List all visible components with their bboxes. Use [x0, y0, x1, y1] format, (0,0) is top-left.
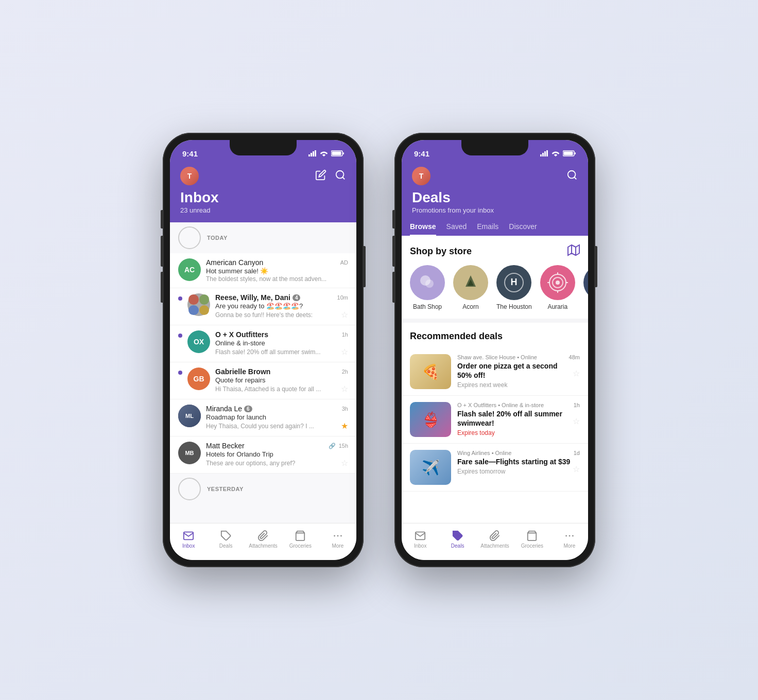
deal-info-flight: Wing Airlines • Online Fare sale—Flights… [457, 450, 580, 475]
phone-inbox: 9:41 T [163, 133, 364, 567]
compose-icon[interactable] [315, 169, 326, 183]
deal-expires-swim: Expires today [457, 429, 573, 436]
email-item-american-canyon[interactable]: AC American Canyon AD Hot summer sale! ☀… [170, 253, 356, 288]
deal-time-pizza: 48m [569, 354, 580, 360]
tab-inbox[interactable]: Inbox [170, 523, 207, 555]
tab-label-more: More [332, 543, 343, 549]
sender-name-ox: O + X Outfitters [215, 330, 268, 339]
groceries-tab-icon [295, 530, 306, 541]
tab-attachments[interactable]: Attachments [245, 523, 282, 555]
email-time-gabrielle: 2h [342, 369, 348, 375]
badge-reese: 4 [292, 294, 301, 301]
deal-expires-pizza: Expires next week [457, 381, 569, 389]
email-time-miranda: 3h [342, 406, 348, 412]
more-tab-icon-d [564, 530, 575, 541]
tab-label-groceries: Groceries [289, 543, 312, 549]
tab-groceries-d[interactable]: Groceries [513, 523, 550, 555]
tab-more[interactable]: More [319, 523, 356, 555]
attachments-tab-icon-d [489, 530, 501, 541]
tab-deals[interactable]: Deals [207, 523, 244, 555]
email-preview-ac: The boldest styles, now at the most adve… [206, 275, 348, 283]
user-avatar-deals[interactable]: T [412, 167, 430, 185]
email-subject-reese: Are you ready to 🏖️🏖️🏖️🏖️? [215, 302, 348, 310]
status-icons [308, 150, 344, 156]
email-item-ox[interactable]: OX O + X Outfitters 1h Online & in-store… [170, 325, 356, 362]
deal-expires-flight: Expires tomorrow [457, 468, 573, 475]
svg-point-7 [336, 171, 344, 179]
store-name-acorn: Acorn [462, 303, 478, 310]
tab-saved[interactable]: Saved [446, 222, 467, 236]
more-tab-icon [332, 530, 343, 541]
user-avatar[interactable]: T [180, 167, 199, 185]
sender-name-matt: Matt Becker [206, 442, 245, 450]
inbox-tab-icon [183, 530, 194, 541]
deal-source-pizza: Shaw ave. Slice House • Online [457, 354, 569, 360]
email-item-miranda[interactable]: ML Miranda Le 6 3h Roadmap for launch He… [170, 399, 356, 436]
deal-title-flight: Fare sale—Flights starting at $39 [457, 457, 573, 466]
svg-rect-13 [540, 154, 542, 156]
deal-item-swim[interactable]: 👙 O + X Outfitters • Online & in-store F… [402, 396, 588, 444]
email-time-ac: AD [340, 259, 348, 266]
auraria-icon [546, 271, 569, 294]
signal-icon [308, 150, 317, 156]
store-item-acorn[interactable]: Acorn [453, 265, 488, 310]
section-label-yesterday: YESTERDAY [207, 486, 244, 492]
deal-star-flight[interactable]: ☆ [573, 464, 580, 474]
section-icon [178, 226, 201, 249]
section-icon-yesterday [178, 478, 201, 500]
tab-groceries[interactable]: Groceries [282, 523, 319, 555]
email-subject-matt: Hotels for Orlando Trip [206, 450, 348, 458]
store-logo-houston: H [496, 265, 531, 300]
deal-title-swim: Flash sale! 20% off all summer swimwear! [457, 409, 573, 428]
tab-discover[interactable]: Discover [509, 222, 537, 236]
deal-info-swim: O + X Outfitters • Online & in-store Fla… [457, 402, 580, 436]
email-avatar-miranda: ML [178, 405, 201, 427]
deal-info-pizza: Shaw ave. Slice House • Online Order one… [457, 354, 580, 389]
deal-thumb-pizza: 🍕 [410, 354, 451, 389]
tab-more-d[interactable]: More [551, 523, 588, 555]
tab-label-attachments: Attachments [249, 543, 278, 549]
email-item-gabrielle[interactable]: GB Gabrielle Brown 2h Quote for repairs … [170, 362, 356, 399]
store-name-houston: The Houston [496, 303, 532, 310]
unread-dot-reese [178, 296, 182, 301]
star-miranda[interactable]: ★ [341, 421, 348, 431]
store-item-auraria[interactable]: Auraria [540, 265, 575, 310]
store-item-jack[interactable]: J Jack... [583, 265, 588, 310]
deal-star-swim[interactable]: ☆ [573, 416, 580, 426]
star-reese[interactable]: ☆ [341, 310, 348, 320]
tab-browse[interactable]: Browse [410, 222, 436, 236]
email-content-reese: Reese, Willy, Me, Dani 4 10m Are you rea… [215, 293, 348, 320]
phone-deals: 9:41 T Deals Promotions from your in [394, 133, 595, 567]
deals-header: T Deals Promotions from your inbox [402, 163, 588, 222]
map-icon[interactable] [567, 244, 580, 259]
houston-icon: H [503, 271, 525, 294]
battery-icon [331, 150, 344, 156]
shop-by-store-section: Shop by store Bath Sho [402, 236, 588, 319]
tab-deals-d[interactable]: Deals [439, 523, 476, 555]
search-icon-deals[interactable] [566, 169, 578, 183]
tab-emails[interactable]: Emails [477, 222, 498, 236]
deal-star-pizza[interactable]: ☆ [573, 369, 580, 378]
tab-inbox-d[interactable]: Inbox [402, 523, 439, 555]
shop-by-store-heading: Shop by store [410, 246, 472, 257]
tab-attachments-d[interactable]: Attachments [476, 523, 513, 555]
store-name-bath-shop: Bath Shop [413, 303, 442, 310]
email-avatar-ac: AC [178, 258, 201, 281]
svg-rect-19 [575, 152, 576, 154]
search-icon[interactable] [335, 169, 346, 183]
email-preview-gabrielle: Hi Thaisa, Attached is a quote for all .… [215, 386, 321, 393]
deal-item-pizza[interactable]: 🍕 Shaw ave. Slice House • Online Order o… [402, 348, 588, 396]
deal-item-flight[interactable]: ✈️ Wing Airlines • Online Fare sale—Flig… [402, 444, 588, 492]
tab-label-attachments-d: Attachments [480, 543, 509, 549]
section-label-text: TODAY [207, 235, 228, 241]
deal-thumb-swim: 👙 [410, 402, 451, 437]
email-preview-ox: Flash sale! 20% off all summer swim... [215, 348, 321, 356]
email-item-reese[interactable]: Reese, Willy, Me, Dani 4 10m Are you rea… [170, 288, 356, 325]
store-item-houston[interactable]: H The Houston [496, 265, 532, 310]
store-item-bath-shop[interactable]: Bath Shop [410, 265, 445, 310]
star-gabrielle[interactable]: ☆ [341, 384, 348, 394]
sender-name-miranda: Miranda Le [206, 405, 242, 413]
star-matt[interactable]: ☆ [341, 458, 348, 468]
star-ox[interactable]: ☆ [341, 347, 348, 357]
email-item-matt[interactable]: MB Matt Becker 🔗 15h Hotels for Orlando … [170, 436, 356, 474]
